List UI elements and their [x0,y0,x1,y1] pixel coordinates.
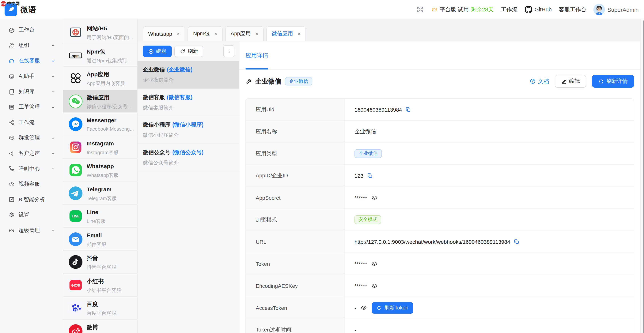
sidebar-item-label: 设置 [18,212,29,219]
sidebar-item-video-service[interactable]: 视频客服 [0,177,63,192]
chat-dots-icon [8,135,15,141]
channel-texts: WhatsappWhatsapp客服 [87,163,119,179]
nav-workflow[interactable]: 工作流 [501,6,518,13]
user-menu[interactable]: SuperAdmin [594,4,639,15]
fullscreen-icon[interactable] [416,6,424,13]
open-tab-wechat[interactable]: 微信应用× [266,26,306,41]
close-icon[interactable]: × [177,31,180,36]
account-alias: (微信小程序) [172,121,204,128]
plus-circle-icon [148,48,154,54]
detail-field-row: 应用Uid1690460389113984 [246,99,634,121]
open-tab-npm[interactable]: Npm包× [188,26,223,41]
more-actions-button[interactable] [224,45,234,57]
detail-title-row: 企业微信 企业微信 文档 编辑 [246,73,634,93]
sidebar-item-label: 工单管理 [18,104,40,111]
channel-item-line[interactable]: LINELineLine客服 [63,205,137,228]
bind-button[interactable]: 绑定 [143,45,172,57]
sidebar-item-organization[interactable]: 组织 [0,38,63,53]
account-item-wechat-miniprogram[interactable]: 微信小程序(微信小程序)微信小程序简介 [138,116,239,144]
toggle-secret-button[interactable] [360,305,367,311]
copy-icon [406,107,411,112]
channel-item-website-h5[interactable]: 网站/H5用于网站/H5页面的... [63,21,137,44]
sidebar-item-super-admin[interactable]: 超级管理 [0,223,63,238]
svg-text:npm: npm [72,53,80,58]
chevron-down-icon [51,105,55,109]
robot-icon [8,73,15,79]
sidebar-item-call-center[interactable]: 呼叫中心 [0,161,63,177]
open-tab-app[interactable]: App应用× [225,26,264,41]
channel-item-wechat[interactable]: 微信应用微信小程序/公众号... [63,90,137,113]
channel-list: 网站/H5用于网站/H5页面的...npmNpm包通过Npm包集成到...App… [63,19,138,333]
sidebar-item-workbench[interactable]: 工作台 [0,22,63,38]
channel-desc: 百度平台客服 [87,310,116,317]
sidebar-item-online-service[interactable]: 在线客服 [0,53,63,68]
npm-icon: npm [68,48,83,62]
nav-agent-workbench[interactable]: 客服工作台 [559,6,586,13]
app-page: php 中文网 微语 平台版 试用 剩余28天 工作流 Git [0,0,644,333]
nav-github[interactable]: GitHub [525,6,552,13]
copy-button[interactable] [514,239,520,245]
channel-item-baidu[interactable]: du百度百度平台客服 [63,297,137,320]
channel-item-email[interactable]: Email邮件客服 [63,228,137,251]
app-body: 工作台组织在线客服AI助手知识库工单管理工作流群发管理客户之声呼叫中心视频客服B… [0,19,644,333]
toggle-secret-button[interactable] [371,261,378,267]
detail-field-row: 应用名称企业微信 [246,121,634,143]
plan-info[interactable]: 平台版 试用 剩余28天 [431,6,494,13]
account-item-wechat-official[interactable]: 微信公众号(微信公众号)微信公众号简介 [138,144,239,171]
channel-item-npm[interactable]: npmNpm包通过Npm包集成到... [63,44,137,67]
field-value-cell: 安全模式 [344,209,634,231]
line-icon: LINE [68,209,83,223]
close-icon[interactable]: × [255,31,258,36]
open-tab-whatsapp[interactable]: Whatsapp× [143,26,185,41]
plan-remaining: 剩余28天 [471,6,494,13]
refresh-detail-button[interactable]: 刷新详情 [592,75,634,88]
channel-texts: Email邮件客服 [87,232,106,248]
channel-item-weibo[interactable]: 微博微博平台客服 [63,320,137,333]
channel-item-messenger[interactable]: MessengerFacebook Messeng... [63,113,137,136]
account-item-work-wechat[interactable]: 企业微信(企业微信)企业微信简介 [138,61,239,89]
copy-button[interactable] [406,107,411,112]
sidebar-item-knowledge-base[interactable]: 知识库 [0,84,63,99]
username: SuperAdmin [607,6,639,13]
sidebar-item-settings[interactable]: 设置 [0,207,63,223]
channel-item-instagram[interactable]: InstagramInstagram客服 [63,136,137,159]
svg-text:du: du [74,309,77,311]
doc-link[interactable]: 文档 [530,78,549,85]
field-value: 123 [354,173,364,179]
sidebar-item-workflow[interactable]: 工作流 [0,115,63,130]
edit-button[interactable]: 编辑 [555,75,586,88]
page-scrollbar-thumb[interactable] [643,20,644,333]
php-watermark-text: 中文网 [7,1,20,6]
sidebar-item-broadcast-management[interactable]: 群发管理 [0,130,63,146]
close-icon[interactable]: × [298,31,300,36]
account-alias: (企业微信) [167,66,192,72]
channel-texts: Npm包通过Npm包集成到... [87,48,131,64]
refresh-token-label: 刷新Token [384,304,408,311]
close-icon[interactable]: × [214,31,217,36]
channel-item-app[interactable]: App应用App应用内嵌客服 [63,67,137,90]
channel-item-telegram[interactable]: TelegramTelegram客服 [63,182,137,205]
ticket-icon [8,104,15,110]
account-item-wechat-kf[interactable]: 微信客服(微信客服)微信客服简介 [138,89,239,116]
copy-button[interactable] [367,173,372,178]
app-title: 微语 [20,4,36,15]
field-label: EncodingAESKey [246,275,344,297]
eye-secret-icon [360,305,367,311]
channel-item-xiaohongshu[interactable]: 小红书小红书小红书平台客服 [63,274,137,297]
sidebar-item-ticket-management[interactable]: 工单管理 [0,99,63,115]
accounts-list: 企业微信(企业微信)企业微信简介微信客服(微信客服)微信客服简介微信小程序(微信… [138,61,239,333]
tab-app-detail[interactable]: 应用详情 [246,52,268,59]
sidebar-item-label: 工作流 [18,119,34,126]
field-badge: 企业微信 [354,149,382,158]
toggle-secret-button[interactable] [371,283,378,289]
refresh-token-button[interactable]: 刷新Token [372,302,413,314]
channel-item-whatsapp[interactable]: WhatsappWhatsapp客服 [63,159,137,182]
sidebar-item-voice-of-customer[interactable]: 客户之声 [0,146,63,161]
field-value-cell: 1690460389113984 [344,99,634,120]
chevron-down-icon [51,167,55,171]
refresh-button[interactable]: 刷新 [174,45,203,57]
toggle-secret-button[interactable] [371,194,378,201]
sidebar-item-ai-assistant[interactable]: AI助手 [0,69,63,84]
sidebar-item-bi-analytics[interactable]: BI智能分析 [0,192,63,207]
channel-item-douyin[interactable]: 抖音抖音平台客服 [63,251,137,274]
